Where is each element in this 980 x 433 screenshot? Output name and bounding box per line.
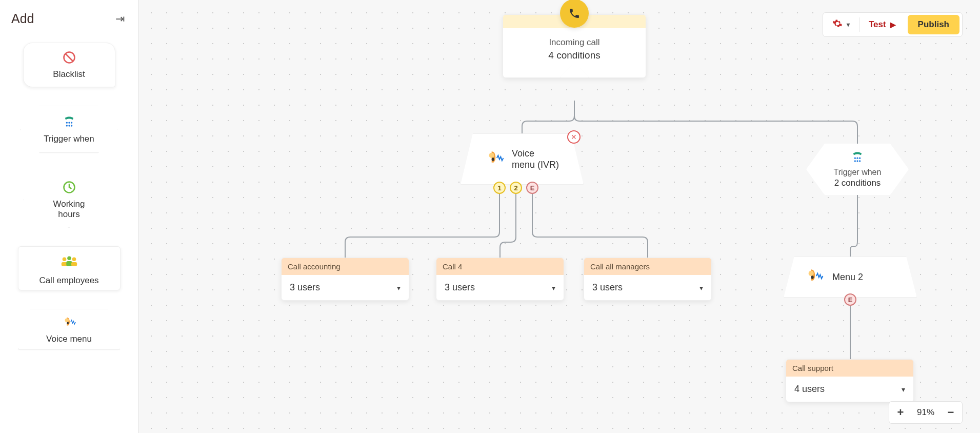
node-palette: Blacklist Trigger when Working hours (0, 35, 138, 350)
svg-point-18 (492, 158, 494, 161)
svg-point-22 (854, 160, 856, 162)
svg-point-6 (68, 125, 70, 126)
svg-point-3 (68, 122, 70, 123)
test-button[interactable]: Test ▶ (859, 13, 905, 36)
phone-icon (62, 115, 76, 132)
voice-icon (805, 266, 824, 288)
ivr-port-2[interactable]: 2 (510, 182, 522, 194)
ivr-line2: menu (IVR) (512, 159, 559, 171)
svg-point-25 (809, 271, 814, 276)
node-call-4[interactable]: Call 4 3 users ▾ (436, 258, 564, 301)
incoming-title: Incoming call (508, 37, 641, 48)
node-menu-2[interactable]: Menu 2 (784, 257, 917, 298)
call-title: Call accounting (282, 258, 409, 275)
incoming-subtitle: 4 conditions (508, 50, 641, 61)
svg-rect-14 (71, 262, 76, 266)
palette-call-employees[interactable]: Call employees (15, 246, 123, 290)
svg-point-5 (66, 125, 67, 126)
gear-icon (832, 18, 843, 31)
svg-point-24 (859, 160, 861, 162)
call-title: Call support (786, 360, 913, 377)
svg-point-19 (854, 158, 856, 159)
ivr-ports: 1 2 E (493, 182, 538, 194)
svg-point-4 (71, 122, 72, 123)
svg-point-16 (67, 322, 69, 324)
trigger-line2: 2 conditions (834, 178, 881, 188)
svg-point-26 (811, 275, 814, 279)
node-call-all-managers[interactable]: Call all managers 3 users ▾ (584, 258, 712, 301)
phone-icon (850, 150, 865, 167)
users-icon (59, 251, 79, 273)
node-call-accounting[interactable]: Call accounting 3 users ▾ (281, 258, 409, 301)
collapse-sidebar-icon[interactable]: ⇥ (115, 12, 125, 26)
palette-label: Voice menu (46, 334, 92, 344)
palette-voice-menu[interactable]: Voice menu (15, 309, 123, 350)
ivr-line1: Voice (512, 148, 559, 160)
chevron-down-icon[interactable]: ▾ (699, 284, 703, 292)
zoom-level: 91% (912, 407, 939, 418)
top-toolbar: ▾ Test ▶ Publish (823, 12, 963, 37)
settings-button[interactable]: ▾ (823, 13, 859, 36)
menu2-port-e[interactable]: E (844, 293, 856, 306)
call-users: 3 users (592, 282, 623, 293)
palette-trigger-when[interactable]: Trigger when (15, 106, 123, 153)
call-users: 3 users (290, 282, 320, 293)
voice-icon (485, 148, 505, 170)
palette-label: Working hours (53, 199, 85, 220)
ban-icon (62, 50, 76, 67)
call-title: Call all managers (584, 258, 711, 275)
palette-label: Call employees (39, 275, 98, 286)
svg-point-21 (859, 158, 861, 159)
clock-icon (62, 180, 76, 197)
svg-point-15 (65, 318, 68, 322)
svg-point-10 (67, 256, 71, 260)
trigger-line1: Trigger when (834, 168, 882, 177)
close-icon: ✕ (571, 133, 577, 141)
ivr-port-1[interactable]: 1 (493, 182, 506, 194)
chevron-down-icon[interactable]: ▾ (902, 385, 905, 393)
sidebar: Add ⇥ Blacklist Trigger when (0, 0, 138, 433)
svg-point-9 (62, 257, 66, 261)
publish-label: Publish (918, 19, 949, 30)
zoom-control: + 91% − (889, 401, 963, 424)
play-icon: ▶ (890, 21, 896, 29)
svg-line-1 (66, 54, 73, 61)
svg-point-11 (72, 257, 76, 261)
palette-working-hours[interactable]: Working hours (15, 171, 123, 228)
svg-point-17 (489, 153, 494, 158)
svg-point-20 (856, 158, 858, 159)
sidebar-title: Add (11, 11, 34, 26)
zoom-in-button[interactable]: + (889, 402, 912, 423)
palette-label: Trigger when (44, 134, 94, 144)
chevron-down-icon: ▾ (847, 21, 850, 28)
node-call-support[interactable]: Call support 4 users ▾ (786, 359, 914, 402)
zoom-out-button[interactable]: − (939, 402, 962, 423)
svg-point-23 (856, 160, 858, 162)
publish-button[interactable]: Publish (908, 15, 959, 34)
palette-label: Blacklist (53, 69, 85, 80)
chevron-down-icon[interactable]: ▾ (552, 284, 555, 292)
node-incoming-call[interactable]: Incoming call 4 conditions (503, 14, 646, 78)
ivr-port-e[interactable]: E (526, 182, 538, 194)
node-trigger-when[interactable]: Trigger when 2 conditions (806, 144, 909, 195)
call-users: 3 users (445, 282, 475, 293)
test-label: Test (869, 19, 886, 30)
chevron-down-icon[interactable]: ▾ (397, 284, 401, 292)
delete-node-button[interactable]: ✕ (567, 130, 581, 144)
call-users: 4 users (794, 384, 825, 395)
flow-canvas[interactable]: ▾ Test ▶ Publish (138, 0, 980, 433)
svg-point-2 (66, 122, 67, 123)
call-title: Call 4 (436, 258, 564, 275)
palette-blacklist[interactable]: Blacklist (15, 43, 123, 87)
node-voice-menu-ivr[interactable]: Voice menu (IVR) (461, 133, 584, 185)
svg-point-7 (71, 125, 72, 126)
voice-icon (62, 315, 76, 332)
menu2-label: Menu 2 (832, 272, 863, 283)
phone-circle-icon (560, 0, 589, 28)
